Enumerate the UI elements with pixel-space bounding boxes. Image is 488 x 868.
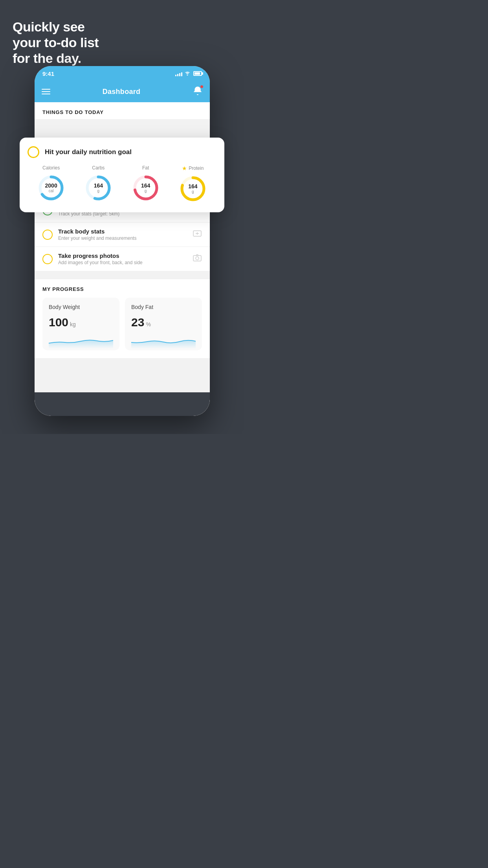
signal-icon [175,71,182,76]
body-fat-card[interactable]: Body Fat 23 % [125,298,202,350]
list-item[interactable]: Take progress photos Add images of your … [35,246,210,271]
body-weight-label: Body Weight [49,304,113,310]
nutrition-item-fat: Fat 164 g [132,165,160,202]
protein-label: ★ Protein [182,165,204,171]
carbs-ring: 164 g [84,174,112,202]
hamburger-menu[interactable] [42,89,50,94]
things-section: THINGS TO DO TODAY [35,102,210,119]
body-weight-chart [49,335,113,349]
body-weight-card[interactable]: Body Weight 100 kg [42,298,119,350]
notification-bell-icon[interactable] [193,86,203,97]
progress-title: MY PROGRESS [42,286,202,292]
status-bar: 9:41 [35,66,210,81]
nutrition-row: Calories 2000 cal Carbs [28,165,216,203]
headline-line2: your to-do list [13,35,99,50]
phone-frame: 9:41 [35,66,210,416]
list-item[interactable]: Track body stats Enter your weight and m… [35,222,210,246]
todo-text-body: Track body stats Enter your weight and m… [58,228,187,241]
carbs-label: Carbs [92,165,105,171]
hamburger-line [42,89,50,90]
calories-label: Calories [42,165,60,171]
battery-icon [193,71,202,76]
nutrition-item-calories: Calories 2000 cal [37,165,65,202]
svg-point-2 [196,257,199,260]
hamburger-line [42,94,50,94]
star-icon: ★ [182,165,187,171]
headline-line1: Quickly see [13,19,99,35]
calories-ring: 2000 cal [37,174,65,202]
things-title: THINGS TO DO TODAY [42,109,202,115]
headline: Quickly see your to-do list for the day. [13,19,99,66]
body-fat-unit: % [146,321,150,327]
body-weight-unit: kg [70,321,76,327]
scale-icon [193,230,202,239]
nutrition-card-title: Hit your daily nutrition goal [45,148,132,156]
todo-subtitle: Enter your weight and measurements [58,235,187,241]
body-weight-number: 100 [49,316,68,329]
my-progress-section: MY PROGRESS Body Weight 100 kg [35,279,210,358]
nutrition-item-protein: ★ Protein 164 g [179,165,207,203]
body-fat-value-row: 23 % [131,316,196,329]
todo-subtitle: Add images of your front, back, and side [58,260,187,265]
nav-bar: Dashboard [35,81,210,102]
nutrition-card: Hit your daily nutrition goal Calories 2… [20,138,224,212]
todo-check-body[interactable] [42,230,53,240]
nav-title: Dashboard [103,88,141,96]
body-fat-number: 23 [131,316,144,329]
notification-dot [200,85,204,88]
nutrition-item-carbs: Carbs 164 g [84,165,112,202]
body-fat-label: Body Fat [131,304,196,310]
status-time: 9:41 [42,70,54,77]
todo-text-photos: Take progress photos Add images of your … [58,252,187,265]
svg-rect-1 [193,256,201,261]
fat-label: Fat [142,165,149,171]
progress-cards: Body Weight 100 kg [42,298,202,350]
status-icons [175,70,202,77]
todo-title: Track body stats [58,228,187,235]
bottom-dark [35,392,210,416]
headline-line3: for the day. [13,50,99,66]
fat-ring: 164 g [132,174,160,202]
card-header: Hit your daily nutrition goal [28,146,216,158]
hamburger-line [42,91,50,92]
nutrition-circle-btn[interactable] [28,146,39,158]
todo-title: Take progress photos [58,252,187,259]
todo-check-photos[interactable] [42,254,53,264]
protein-ring: 164 g [179,175,207,203]
body-fat-chart [131,335,196,349]
body-weight-value-row: 100 kg [49,316,113,329]
wifi-icon [184,70,191,77]
photo-icon [193,254,202,264]
